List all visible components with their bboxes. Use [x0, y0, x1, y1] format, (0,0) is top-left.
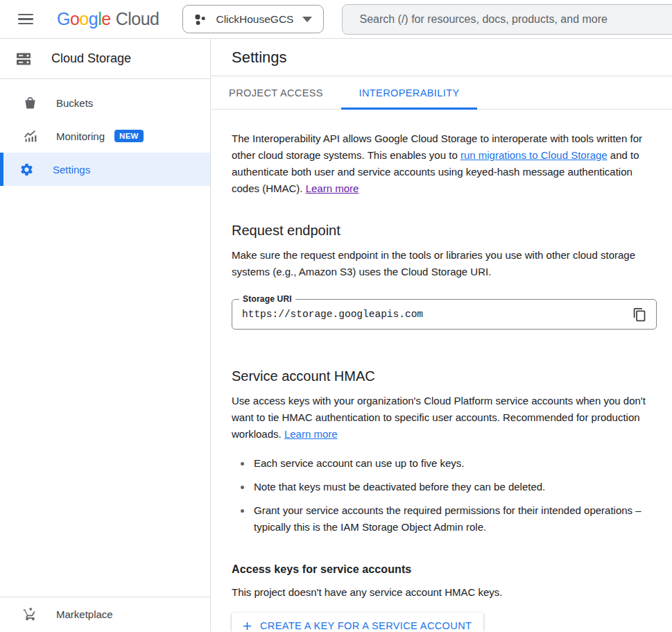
request-endpoint-body: Make sure the request endpoint in the to… — [232, 247, 655, 280]
gear-icon — [19, 162, 35, 177]
learn-more-link-intro[interactable]: Learn more — [306, 182, 359, 194]
logo-letter: o — [70, 9, 79, 28]
intro-paragraph: The Interoperability API allows Google C… — [232, 130, 655, 197]
project-selector[interactable]: ClickHouseGCS — [182, 5, 324, 33]
tab-interoperability[interactable]: INTEROPERABILITY — [341, 76, 477, 109]
logo-letter: g — [89, 9, 98, 28]
global-search — [342, 4, 672, 35]
logo-letter: o — [79, 9, 88, 28]
page-title: Settings — [232, 49, 287, 67]
service-account-hmac-section: Service account HMAC Use access keys wit… — [232, 368, 655, 631]
plus-icon — [241, 620, 254, 632]
marketplace-cart-icon — [23, 607, 38, 622]
project-dots-icon — [193, 12, 207, 26]
storage-uri-label: Storage URI — [239, 294, 295, 304]
content-copy-icon — [632, 307, 647, 322]
sidebar-item-settings[interactable]: Settings — [0, 153, 210, 186]
service-hmac-heading: Service account HMAC — [232, 368, 655, 384]
cloud-storage-icon — [14, 51, 33, 67]
sidebar-item-monitoring[interactable]: Monitoring NEW — [0, 119, 210, 153]
storage-uri-field: Storage URI — [232, 299, 657, 330]
hmac-guidelines-list: Each service account can use up to five … — [232, 455, 655, 536]
logo-cloud-text: Cloud — [116, 9, 160, 29]
create-key-button-label: CREATE A KEY FOR A SERVICE ACCOUNT — [260, 620, 472, 631]
project-name: ClickHouseGCS — [216, 13, 293, 26]
logo-letter: G — [57, 9, 70, 28]
settings-tabs: PROJECT ACCESS INTEROPERABILITY — [211, 76, 672, 110]
sidebar-item-label: Monitoring — [56, 130, 105, 142]
sidebar-item-buckets[interactable]: Buckets — [0, 86, 210, 119]
product-header: Cloud Storage — [0, 39, 210, 79]
logo-letter: e — [101, 9, 110, 28]
main-panel: Settings PROJECT ACCESS INTEROPERABILITY… — [211, 39, 672, 631]
list-item: Grant your service accounts the required… — [232, 502, 655, 536]
tab-project-access[interactable]: PROJECT ACCESS — [211, 76, 341, 109]
search-input[interactable] — [359, 13, 672, 26]
top-app-bar: Google Cloud ClickHouseGCS — [0, 0, 672, 39]
bucket-icon — [23, 96, 38, 110]
google-cloud-logo[interactable]: Google Cloud — [57, 9, 159, 29]
new-badge: NEW — [114, 130, 144, 142]
list-item: Each service account can use up to five … — [232, 455, 655, 472]
sidebar-item-label: Buckets — [56, 97, 93, 109]
create-key-button[interactable]: CREATE A KEY FOR A SERVICE ACCOUNT — [232, 613, 483, 631]
list-item: Note that keys must be deactivated befor… — [232, 479, 655, 495]
request-endpoint-section: Request endpoint Make sure the request e… — [232, 223, 655, 330]
gcp-console-window: Google Cloud ClickHouseGCS — [0, 0, 672, 632]
monitoring-chart-icon — [23, 129, 38, 144]
chevron-down-icon — [302, 17, 312, 22]
copy-button[interactable] — [630, 305, 649, 324]
run-migrations-link[interactable]: run migrations to Cloud Storage — [460, 149, 608, 161]
request-endpoint-heading: Request endpoint — [232, 223, 655, 239]
sidebar: Cloud Storage Buckets — [0, 39, 211, 631]
product-title: Cloud Storage — [51, 51, 131, 66]
service-hmac-body: Use access keys with your organization's… — [232, 393, 655, 443]
storage-uri-input[interactable] — [242, 309, 630, 320]
sidebar-item-label: Marketplace — [56, 608, 113, 620]
menu-icon[interactable] — [18, 10, 33, 29]
sidebar-item-marketplace[interactable]: Marketplace — [0, 597, 210, 631]
access-keys-subheading: Access keys for service accounts — [232, 563, 655, 576]
learn-more-link-hmac[interactable]: Learn more — [284, 428, 338, 440]
interoperability-content: The Interoperability API allows Google C… — [211, 110, 672, 631]
no-keys-text: This project doesn't have any service ac… — [232, 584, 655, 601]
sidebar-item-label: Settings — [53, 164, 90, 176]
